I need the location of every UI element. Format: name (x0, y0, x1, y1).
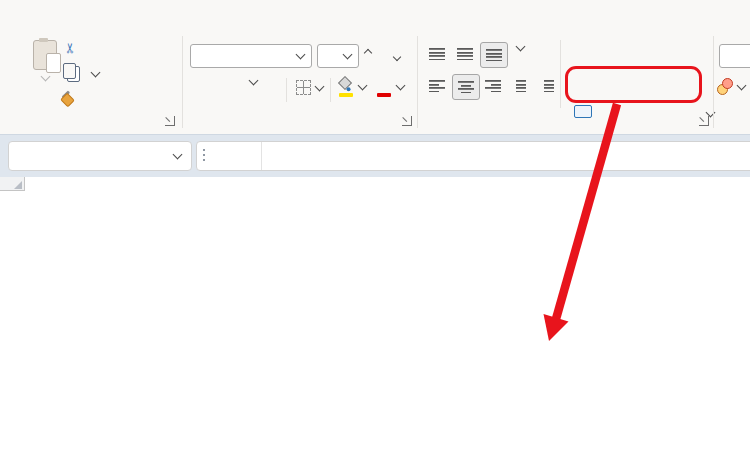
tab-review[interactable] (174, 0, 198, 30)
align-left-icon (429, 80, 445, 92)
scissors-icon: ✂ (63, 42, 77, 54)
tab-developer[interactable] (78, 0, 102, 30)
caret-down-icon (393, 53, 401, 61)
align-center-icon (458, 81, 474, 93)
font-name-combobox[interactable] (190, 44, 312, 68)
chevron-down-icon (249, 76, 259, 86)
indent-lines-icon (516, 80, 526, 92)
chevron-down-icon (315, 81, 325, 91)
number-format-combobox[interactable] (719, 44, 750, 68)
chevron-down-icon (737, 80, 747, 90)
merge-center-button[interactable] (574, 105, 598, 118)
mini-divider (286, 78, 287, 102)
merge-center-icon (574, 105, 592, 118)
fill-color-icon (338, 77, 354, 97)
tab-insert[interactable] (54, 0, 78, 30)
align-middle-icon (457, 48, 473, 60)
align-top-button[interactable] (424, 42, 450, 66)
alignment-dialog-launcher-icon[interactable] (699, 116, 709, 126)
paste-button[interactable] (24, 40, 66, 80)
chevron-down-icon (296, 50, 306, 60)
formula-bar-row (0, 134, 750, 178)
chevron-down-icon (516, 42, 526, 52)
decrease-indent-button[interactable] (508, 74, 532, 98)
align-top-icon (429, 48, 445, 60)
caret-up-icon (364, 49, 372, 57)
paintbrush-icon (62, 90, 78, 106)
align-right-icon (485, 80, 501, 92)
formula-input[interactable] (261, 142, 750, 170)
font-dialog-launcher-icon[interactable] (402, 116, 412, 126)
ribbon: ✂ (0, 30, 750, 134)
clipboard-dialog-launcher-icon[interactable] (165, 116, 175, 126)
copy-button[interactable] (64, 66, 99, 82)
font-color-icon (376, 77, 392, 97)
fill-color-button[interactable] (338, 77, 366, 97)
ribbon-chrome: ✂ (0, 0, 750, 134)
tab-page-layout[interactable] (102, 0, 126, 30)
font-color-button[interactable] (376, 77, 404, 97)
sheet (0, 177, 750, 450)
align-bottom-icon (486, 49, 502, 61)
chevron-down-icon (40, 72, 50, 82)
accounting-format-button[interactable] (717, 78, 745, 95)
menu-bar (0, 0, 750, 30)
format-painter-button[interactable] (62, 90, 84, 106)
tab-home[interactable] (30, 0, 54, 30)
excel-window: ✂ (0, 0, 750, 450)
mini-divider (560, 40, 561, 108)
tab-help[interactable] (222, 0, 246, 30)
align-center-button[interactable] (452, 74, 480, 100)
tab-file[interactable] (6, 0, 30, 30)
align-middle-button[interactable] (452, 42, 478, 66)
shrink-font-button[interactable] (392, 44, 400, 70)
indent-lines-icon (544, 80, 554, 92)
increase-indent-button[interactable] (536, 74, 560, 98)
name-box[interactable] (8, 141, 192, 171)
mini-divider (330, 78, 331, 102)
bold-button[interactable] (188, 76, 210, 100)
group-divider (417, 36, 418, 128)
chevron-down-icon (396, 81, 406, 91)
chevron-down-icon (358, 81, 368, 91)
paste-icon (33, 40, 57, 70)
chevron-down-icon (91, 68, 101, 78)
font-size-combobox[interactable] (317, 44, 359, 68)
tab-formulas[interactable] (126, 0, 150, 30)
group-divider (182, 36, 183, 128)
select-all-corner[interactable] (0, 177, 25, 191)
cut-button[interactable]: ✂ (64, 41, 82, 55)
tab-data[interactable] (150, 0, 174, 30)
formula-panel (196, 141, 750, 171)
copy-icon (67, 66, 80, 82)
chevron-down-icon (173, 150, 183, 160)
drag-handle-icon[interactable] (203, 149, 205, 163)
underline-button[interactable] (246, 80, 257, 84)
borders-button[interactable] (296, 80, 323, 95)
group-divider (713, 36, 714, 128)
align-left-button[interactable] (424, 74, 450, 98)
italic-button[interactable] (216, 76, 238, 100)
align-right-button[interactable] (480, 74, 506, 98)
chevron-down-icon (343, 50, 353, 60)
orientation-button[interactable] (513, 46, 524, 50)
tab-view[interactable] (198, 0, 222, 30)
grow-font-button[interactable] (363, 42, 371, 68)
align-bottom-button[interactable] (480, 42, 508, 68)
borders-icon (296, 80, 311, 95)
currency-icon (717, 78, 733, 95)
